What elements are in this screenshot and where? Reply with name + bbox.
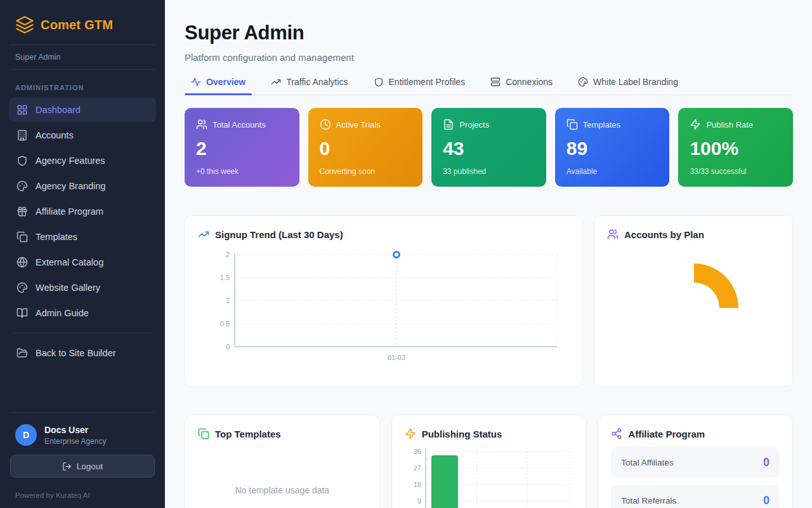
stat-subtext: 33 published	[443, 167, 535, 176]
sidebar-item-label: Website Gallery	[36, 283, 100, 293]
tab-label: Traffic Analytics	[286, 77, 348, 87]
sidebar-item-label: External Catalog	[36, 257, 103, 267]
sidebar-item-templates[interactable]: Templates	[9, 225, 156, 249]
nav-section-label: ADMINISTRATION	[15, 84, 150, 91]
svg-text:1.5: 1.5	[220, 274, 230, 281]
stat-label: Total Accounts	[213, 120, 266, 130]
sidebar-item-label: Agency Branding	[36, 181, 105, 191]
stat-value: 2	[196, 138, 288, 159]
affiliate-program-card: Affiliate Program Total Affiliates 0 Tot…	[598, 415, 793, 508]
stat-value: 100%	[690, 138, 782, 159]
gift-icon	[16, 206, 28, 217]
publishing-status-chart: 36 27 18 9	[405, 443, 572, 508]
sidebar-item-external-catalog[interactable]: External Catalog	[9, 250, 156, 274]
logout-label: Logout	[77, 462, 103, 471]
stat-label: Projects	[459, 120, 489, 130]
sidebar-footer: D Docs User Enterprise Agency Logout Pow…	[0, 412, 165, 508]
svg-text:2: 2	[226, 251, 230, 258]
tab-label: Connexions	[506, 77, 553, 87]
bar-published	[431, 455, 458, 508]
stat-subtext: +0 this week	[196, 167, 288, 176]
sidebar-item-website-gallery[interactable]: Website Gallery	[9, 276, 156, 300]
svg-text:01-03: 01-03	[388, 354, 405, 361]
data-point	[394, 252, 400, 258]
sidebar-item-agency-features[interactable]: Agency Features	[9, 149, 156, 173]
chart-title: Top Templates	[215, 429, 281, 439]
sidebar-item-dashboard[interactable]: Dashboard	[9, 98, 156, 122]
metric-label: Total Referrals	[621, 496, 676, 505]
signup-trend-chart: 2 1.5 1 0.5 0 01-03	[198, 245, 570, 372]
logout-icon	[62, 462, 72, 471]
accounts-by-plan-chart	[607, 240, 780, 367]
publishing-status-card: Publishing Status 36 27 18 9	[391, 415, 587, 508]
svg-text:0.5: 0.5	[220, 320, 230, 328]
svg-text:27: 27	[413, 464, 421, 472]
page-subtitle: Platform configuration and management	[185, 52, 793, 63]
folder-open-icon	[16, 347, 28, 359]
svg-text:1: 1	[226, 297, 230, 304]
page-title: Super Admin	[185, 22, 793, 44]
user-name: Docs User	[44, 425, 106, 435]
tab-traffic-analytics[interactable]: Traffic Analytics	[265, 73, 354, 95]
tab-white-label-branding[interactable]: White Label Branding	[572, 73, 684, 95]
copy-icon	[198, 428, 209, 439]
sidebar-item-label: Affiliate Program	[36, 206, 103, 217]
stat-card-publish-rate: Publish Rate 100% 33/33 successful	[678, 108, 793, 187]
tab-connexions[interactable]: Connexions	[484, 73, 559, 95]
server-icon	[490, 77, 501, 87]
shield-icon	[374, 77, 384, 87]
stat-card-projects: Projects 43 33 published	[431, 108, 546, 187]
stat-subtext: Available	[566, 167, 658, 176]
top-templates-card: Top Templates No template usage data	[185, 415, 380, 508]
sidebar-item-agency-branding[interactable]: Agency Branding	[9, 174, 156, 198]
copy-icon	[16, 231, 28, 243]
tab-bar: Overview Traffic Analytics Entitlement P…	[185, 73, 793, 95]
donut-segment	[694, 264, 738, 308]
sidebar-nav: ADMINISTRATION Dashboard Accounts Agency…	[0, 70, 165, 366]
powered-by: Powered by Kurateq AI	[10, 478, 155, 499]
empty-state-text: No template usage data	[198, 439, 367, 508]
sidebar-role-label: Super Admin	[0, 45, 165, 69]
svg-text:18: 18	[413, 481, 421, 488]
sidebar-item-admin-guide[interactable]: Admin Guide	[9, 301, 156, 325]
stat-label: Publish Rate	[706, 120, 753, 130]
accounts-by-plan-card: Accounts by Plan	[594, 215, 793, 387]
palette-icon	[16, 282, 28, 293]
globe-icon	[16, 257, 28, 268]
stat-card-active-trials: Active Trials 0 Converting soon	[308, 108, 423, 187]
sidebar-item-label: Admin Guide	[36, 308, 89, 318]
signup-trend-card: Signup Trend (Last 30 Days) 2 1.5 1 0.5 …	[185, 215, 583, 387]
sidebar-item-affiliate-program[interactable]: Affiliate Program	[9, 199, 156, 224]
book-open-icon	[16, 307, 28, 319]
tab-label: Entitlement Profiles	[389, 77, 466, 87]
logout-button[interactable]: Logout	[10, 455, 155, 478]
tab-label: Overview	[206, 77, 246, 87]
stat-label: Active Trials	[336, 120, 381, 130]
activity-icon	[191, 77, 201, 87]
sidebar-item-back-to-site-builder[interactable]: Back to Site Builder	[9, 341, 156, 365]
trending-up-icon	[271, 77, 281, 87]
tab-entitlement-profiles[interactable]: Entitlement Profiles	[367, 73, 472, 95]
trending-up-icon	[198, 229, 209, 240]
sidebar-item-label: Back to Site Builder	[36, 348, 116, 358]
sidebar-item-accounts[interactable]: Accounts	[9, 123, 156, 147]
copy-icon	[566, 119, 578, 130]
metric-label: Total Affiliates	[621, 458, 673, 467]
tab-overview[interactable]: Overview	[185, 73, 252, 95]
tab-label: White Label Branding	[593, 77, 678, 87]
brand-name: Comet GTM	[41, 18, 113, 32]
svg-text:0: 0	[226, 343, 230, 351]
stat-card-total-accounts: Total Accounts 2 +0 this week	[185, 108, 299, 187]
user-profile: D Docs User Enterprise Agency	[10, 413, 155, 455]
metric-value: 0	[763, 456, 769, 469]
stat-subtext: 33/33 successful	[690, 167, 782, 176]
share-icon	[611, 428, 622, 439]
zap-icon	[690, 119, 701, 130]
svg-text:9: 9	[417, 497, 421, 505]
metric-row-total-affiliates: Total Affiliates 0	[611, 447, 780, 478]
palette-icon	[16, 180, 28, 192]
divider	[14, 333, 151, 333]
brand: Comet GTM	[0, 0, 165, 34]
avatar: D	[15, 424, 37, 446]
metric-value: 0	[763, 494, 769, 507]
